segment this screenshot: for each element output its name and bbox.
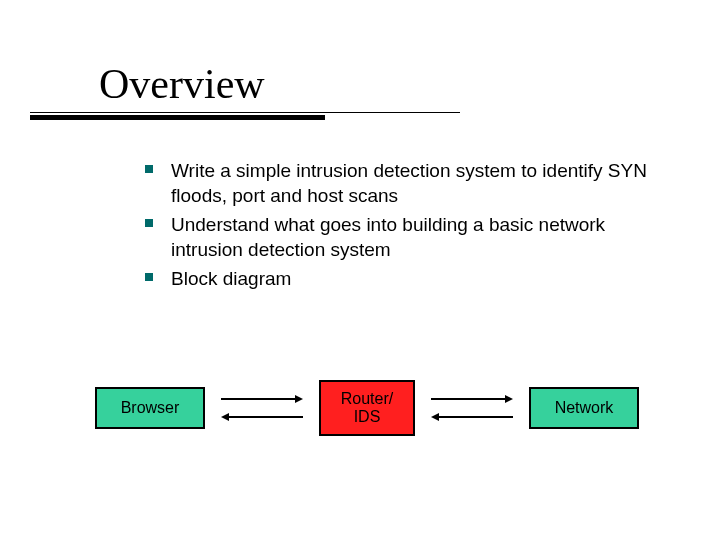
slide-title: Overview (99, 60, 265, 108)
bullet-text: Understand what goes into building a bas… (171, 212, 665, 262)
bullet-text: Block diagram (171, 266, 291, 291)
bullet-item: Block diagram (145, 266, 665, 291)
bullet-icon (145, 219, 153, 227)
arrow-pair (431, 394, 513, 422)
diagram-box-label: Browser (121, 399, 180, 417)
diagram-box-label-line: IDS (354, 408, 381, 425)
diagram-box-label-line: Router/ (341, 390, 393, 407)
block-diagram: Browser Router/ IDS (95, 380, 655, 436)
bullet-list: Write a simple intrusion detection syste… (145, 158, 665, 295)
svg-marker-1 (295, 395, 303, 403)
diagram-box-label: Network (555, 399, 614, 417)
diagram-box-router-ids: Router/ IDS (319, 380, 415, 436)
svg-marker-5 (505, 395, 513, 403)
diagram-box-browser: Browser (95, 387, 205, 429)
arrow-pair (221, 394, 303, 422)
title-underline-thin (30, 112, 460, 113)
bullet-item: Write a simple intrusion detection syste… (145, 158, 665, 208)
svg-marker-3 (221, 413, 229, 421)
bullet-text: Write a simple intrusion detection syste… (171, 158, 665, 208)
slide: Overview Write a simple intrusion detect… (0, 0, 720, 540)
diagram-box-network: Network (529, 387, 639, 429)
arrow-right-icon (431, 394, 513, 404)
bullet-item: Understand what goes into building a bas… (145, 212, 665, 262)
title-underline-thick (30, 115, 325, 120)
bullet-icon (145, 273, 153, 281)
arrow-left-icon (221, 412, 303, 422)
arrow-right-icon (221, 394, 303, 404)
diagram-box-label: Router/ IDS (341, 390, 393, 427)
arrow-left-icon (431, 412, 513, 422)
bullet-icon (145, 165, 153, 173)
svg-marker-7 (431, 413, 439, 421)
